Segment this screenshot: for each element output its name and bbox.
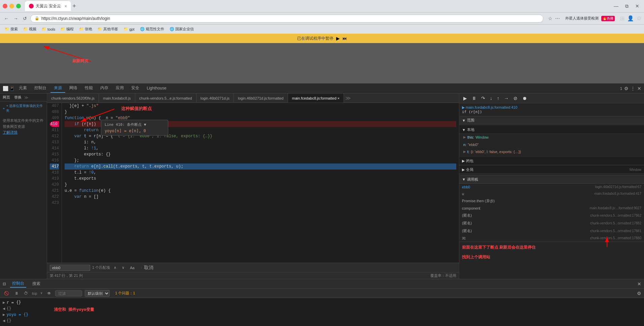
devtools-tab-performance[interactable]: 性能 (81, 84, 96, 93)
sidebar-more-icon[interactable]: ≫ (24, 95, 29, 100)
call-stack-header[interactable]: ▼ 调用栈 (459, 176, 644, 184)
minimize-btn[interactable] (9, 4, 14, 8)
source-tab-3[interactable]: login.46b0271d.js (196, 94, 234, 103)
console-settings-button[interactable]: ⚙ (637, 291, 641, 296)
refresh-button[interactable]: ↺ (22, 15, 28, 22)
local-section-header[interactable]: ▼ 本地 (459, 126, 644, 134)
devtools-tab-sources[interactable]: 来源 (50, 84, 65, 93)
coverage-status: 覆盖率：不适用 (430, 273, 456, 278)
debug-pause-button[interactable]: ⏸ (470, 95, 478, 102)
devtools-close-button[interactable]: ✕ (637, 86, 641, 91)
global-section-header[interactable]: ▶ 全局 Window (459, 166, 644, 174)
source-tab-1[interactable]: main.fcedabc8.js (99, 94, 135, 103)
search-down-button[interactable]: ∨ (120, 265, 126, 270)
console-filter-input[interactable] (55, 290, 82, 296)
browser-tab-active[interactable]: 天翼云 安全云 ✕ (25, 1, 71, 11)
devtools-tab-security[interactable]: 安全 (128, 84, 143, 93)
bookmark-zhangyan[interactable]: 📁 张艳 (77, 26, 94, 32)
console-tab-search[interactable]: 搜索 (30, 280, 42, 287)
sidebar-section-page[interactable]: 网页 (3, 95, 10, 100)
code-search-input[interactable] (50, 265, 90, 271)
tab-close-icon[interactable]: ✕ (64, 4, 67, 8)
sidebar-learn-more-link[interactable]: 了解详情 (3, 130, 17, 134)
call-stack-item-promise[interactable]: Promise.then (异步) (459, 197, 644, 205)
devtools-tab-network[interactable]: 网络 (66, 84, 81, 93)
debugger-location[interactable]: ▶ main.fcedabc8.js:formatted:410 if (r[n… (459, 103, 644, 116)
bookmark-standards[interactable]: 🌐 规范性文件 (138, 26, 166, 32)
search-close-button[interactable]: 取消 (144, 265, 153, 271)
settings-icon[interactable]: ⋯ (555, 16, 560, 21)
source-tab-overflow-icon[interactable]: ≫ (345, 95, 351, 101)
debug-play-button[interactable]: ▶ (336, 36, 340, 41)
debug-skip-button[interactable]: ⏭ (343, 36, 347, 41)
call-stack-item-anon2[interactable]: (匿名) chunk-vendors.5...ormatted:17882 (459, 219, 644, 227)
annotation-refresh-text: 刷新网页 (72, 58, 88, 64)
win-restore-button[interactable]: ⧉ (623, 3, 631, 10)
call-stack-item-component[interactable]: component main.fcedabc8.js:...formatted:… (459, 205, 644, 212)
devtools-tab-elements[interactable]: 元素 (15, 84, 30, 93)
console-tab-console[interactable]: 控制台 (10, 280, 26, 288)
debug-step-over-button[interactable]: ↷ (480, 95, 487, 102)
console-collapse-icon[interactable]: ⊟ (3, 282, 6, 286)
bookmark-star-icon[interactable]: ☆ (548, 16, 552, 21)
console-top-dropdown-icon[interactable]: ▼ (40, 291, 43, 295)
devtools-device-button[interactable]: 📱 (9, 86, 15, 91)
source-tab-4[interactable]: login.46b0271d.js:formatted (234, 94, 288, 103)
debug-deactivate-button[interactable]: ⊘ (512, 95, 519, 102)
console-top-selector[interactable]: top (32, 291, 37, 295)
devtools-more-button[interactable]: ⋮ (631, 86, 635, 91)
forward-button[interactable]: → (12, 15, 20, 22)
devtools-tab-lighthouse[interactable]: Lighthouse (143, 84, 170, 93)
console-eye-button[interactable]: 👁 (46, 290, 52, 296)
devtools-badge[interactable]: 1 (620, 86, 622, 90)
sidebar-add-folder-button[interactable]: + + 选择位置替换项的文件夹 (0, 102, 47, 115)
settings2-icon[interactable]: ⚙ (637, 15, 641, 22)
source-tab-5[interactable]: main.fcedabc8.js:formatted × (288, 94, 344, 103)
win-minimize-button[interactable]: — (612, 3, 620, 9)
call-stack-item-u[interactable]: u main.fcedabc8.js:formatted:417 (459, 190, 644, 197)
profile-icon[interactable]: 👤 (627, 15, 634, 22)
apps-icon[interactable]: ⊞ (620, 15, 624, 22)
win-close-button[interactable]: ✕ (633, 3, 641, 9)
console-level-select[interactable]: 默认级别 详细 信息 警告 错误 (85, 290, 110, 297)
search-up-button[interactable]: ∧ (112, 265, 118, 270)
console-pause-button[interactable]: ⏸ (13, 290, 20, 296)
debug-resume-button[interactable]: ▶ (462, 95, 468, 102)
call-stack-item-ebb0[interactable]: ebb0 login.46b0271d.js:formatted:67 (459, 184, 644, 190)
source-tab-2[interactable]: chunk-vendors.5...e.js:formatted (135, 94, 196, 103)
bookmark-programming[interactable]: 📁 编程 (59, 26, 76, 32)
search-label: 外星人逃体接受检测 (565, 16, 599, 21)
console-clear-button[interactable]: 🚫 (3, 290, 10, 296)
call-stack-item-anon3[interactable]: (匿名) chunk-vendors.5...ormatted:17881 (459, 227, 644, 235)
devtools-tab-application[interactable]: 应用 (112, 84, 127, 93)
bookmark-gpt[interactable]: 📁 gpt (121, 26, 136, 32)
sidebar-section-replace[interactable]: 替换 (14, 95, 22, 100)
scope-section-header[interactable]: ▼ 范围 (459, 116, 644, 124)
bookmark-search[interactable]: 📁 搜索 (3, 26, 20, 32)
back-button[interactable]: ← (3, 15, 10, 22)
console-async-button[interactable]: ⏱ (23, 290, 29, 296)
devtools-tab-memory[interactable]: 内存 (97, 84, 112, 93)
devtools-tab-console[interactable]: 控制台 (31, 84, 50, 93)
bookmark-enterprise[interactable]: 🌐 国家企业信 (168, 26, 196, 32)
devtools-settings-button[interactable]: ⚙ (624, 86, 629, 91)
call-stack-item-anon1[interactable]: (匿名) chunk-vendors.5...ormatted:17862 (459, 212, 644, 219)
call-stack-item-xt[interactable]: Xt chunk-vendors.5...ormatted:17880 (459, 235, 644, 242)
console-close-button[interactable]: ✕ (637, 281, 641, 287)
console-line-5: ▶ (3, 324, 641, 326)
bookmark-others[interactable]: 📁 其他书签 (96, 26, 120, 32)
devtools-inspect-button[interactable]: ⬜ (3, 86, 8, 91)
search-match-case-button[interactable]: Aa (128, 265, 136, 270)
maximize-btn[interactable] (16, 4, 21, 8)
new-tab-button[interactable]: + (72, 3, 76, 10)
closure-section-header[interactable]: ▶ 闭包 (459, 157, 644, 165)
source-tab-0[interactable]: chunk-vendors.5620f0fe.js (47, 94, 99, 103)
bookmark-tools[interactable]: 📁 tools (40, 26, 57, 32)
debug-step-into-button[interactable]: ↓ (489, 95, 494, 102)
close-btn[interactable] (3, 4, 7, 8)
debug-step-out-button[interactable]: ↑ (496, 95, 501, 102)
bookmark-video[interactable]: 📁 视频 (21, 26, 38, 32)
url-bar[interactable]: 🔒 https://m.ctyun.cn/wap/main/auth/login (30, 14, 543, 23)
debug-pause-exceptions-button[interactable]: ⏺ (521, 95, 528, 102)
debug-step-button[interactable]: → (503, 95, 510, 102)
